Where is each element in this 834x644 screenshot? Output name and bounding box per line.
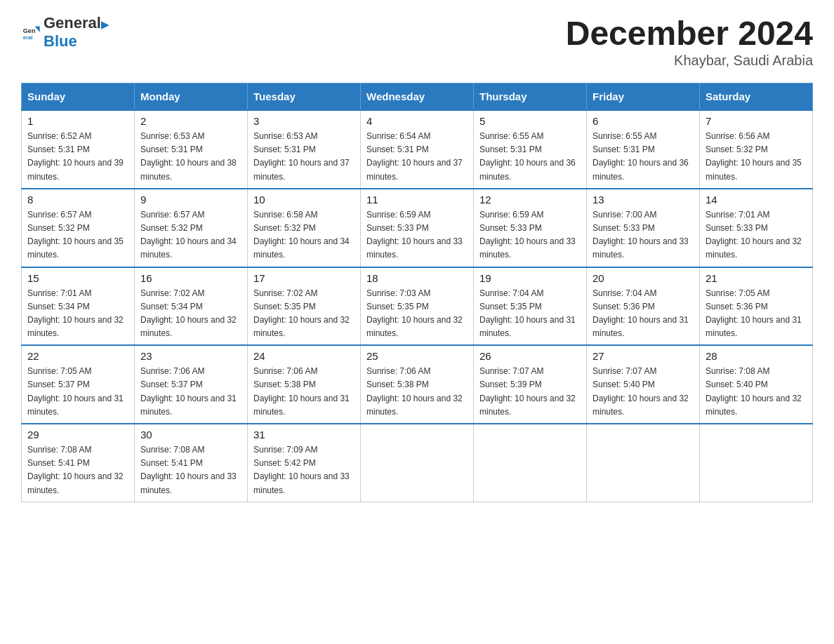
week-row-2: 8 Sunrise: 6:57 AM Sunset: 5:32 PM Dayli…: [22, 189, 813, 267]
day-info: Sunrise: 7:05 AM Sunset: 5:36 PM Dayligh…: [706, 287, 807, 341]
day-cell: 29 Sunrise: 7:08 AM Sunset: 5:41 PM Dayl…: [22, 424, 135, 502]
month-title: December 2024: [566, 14, 813, 53]
day-info: Sunrise: 7:05 AM Sunset: 5:37 PM Dayligh…: [27, 365, 128, 419]
day-number: 6: [593, 115, 694, 127]
day-info: Sunrise: 6:55 AM Sunset: 5:31 PM Dayligh…: [479, 130, 581, 184]
title-section: December 2024 Khaybar, Saudi Arabia: [566, 14, 813, 69]
day-cell: [361, 424, 474, 502]
day-number: 19: [479, 272, 581, 284]
day-cell: 27 Sunrise: 7:07 AM Sunset: 5:40 PM Dayl…: [587, 345, 700, 424]
week-row-4: 22 Sunrise: 7:05 AM Sunset: 5:37 PM Dayl…: [22, 345, 813, 424]
day-number: 20: [593, 272, 694, 284]
day-info: Sunrise: 6:56 AM Sunset: 5:32 PM Dayligh…: [706, 130, 807, 184]
day-cell: 20 Sunrise: 7:04 AM Sunset: 5:36 PM Dayl…: [587, 267, 700, 346]
day-info: Sunrise: 7:09 AM Sunset: 5:42 PM Dayligh…: [253, 443, 355, 497]
day-number: 27: [593, 350, 694, 362]
day-number: 11: [366, 194, 468, 206]
day-number: 7: [706, 115, 807, 127]
weekday-header-row: Sunday Monday Tuesday Wednesday Thursday…: [22, 83, 813, 111]
day-cell: 7 Sunrise: 6:56 AM Sunset: 5:32 PM Dayli…: [700, 110, 813, 189]
day-cell: 17 Sunrise: 7:02 AM Sunset: 5:35 PM Dayl…: [248, 267, 361, 346]
svg-text:Gen: Gen: [23, 27, 36, 34]
day-number: 4: [366, 115, 468, 127]
day-cell: [700, 424, 813, 502]
header-tuesday: Tuesday: [248, 83, 361, 111]
day-number: 17: [253, 272, 355, 284]
day-info: Sunrise: 6:52 AM Sunset: 5:31 PM Dayligh…: [27, 130, 128, 184]
day-info: Sunrise: 7:08 AM Sunset: 5:41 PM Dayligh…: [140, 443, 241, 497]
header-sunday: Sunday: [22, 83, 135, 111]
day-cell: 8 Sunrise: 6:57 AM Sunset: 5:32 PM Dayli…: [22, 189, 135, 267]
day-number: 9: [140, 194, 241, 206]
day-cell: 11 Sunrise: 6:59 AM Sunset: 5:33 PM Dayl…: [361, 189, 474, 267]
day-info: Sunrise: 7:00 AM Sunset: 5:33 PM Dayligh…: [593, 208, 694, 262]
day-info: Sunrise: 6:57 AM Sunset: 5:32 PM Dayligh…: [140, 208, 241, 262]
location: Khaybar, Saudi Arabia: [566, 53, 813, 69]
day-cell: 21 Sunrise: 7:05 AM Sunset: 5:36 PM Dayl…: [700, 267, 813, 346]
day-info: Sunrise: 6:57 AM Sunset: 5:32 PM Dayligh…: [27, 208, 128, 262]
logo-blue: Blue: [44, 32, 109, 51]
day-info: Sunrise: 6:58 AM Sunset: 5:32 PM Dayligh…: [253, 208, 355, 262]
day-cell: 23 Sunrise: 7:06 AM Sunset: 5:37 PM Dayl…: [135, 345, 248, 424]
day-number: 23: [140, 350, 241, 362]
page-header: Gen eral General▶ Blue December 2024 Kha…: [21, 14, 813, 69]
day-number: 5: [479, 115, 581, 127]
day-number: 2: [140, 115, 241, 127]
day-number: 25: [366, 350, 468, 362]
day-cell: 18 Sunrise: 7:03 AM Sunset: 5:35 PM Dayl…: [361, 267, 474, 346]
day-cell: 5 Sunrise: 6:55 AM Sunset: 5:31 PM Dayli…: [474, 110, 587, 189]
day-info: Sunrise: 7:03 AM Sunset: 5:35 PM Dayligh…: [366, 287, 468, 341]
day-cell: 2 Sunrise: 6:53 AM Sunset: 5:31 PM Dayli…: [135, 110, 248, 189]
day-cell: 13 Sunrise: 7:00 AM Sunset: 5:33 PM Dayl…: [587, 189, 700, 267]
day-cell: 24 Sunrise: 7:06 AM Sunset: 5:38 PM Dayl…: [248, 345, 361, 424]
day-cell: 1 Sunrise: 6:52 AM Sunset: 5:31 PM Dayli…: [22, 110, 135, 189]
day-number: 24: [253, 350, 355, 362]
day-info: Sunrise: 6:54 AM Sunset: 5:31 PM Dayligh…: [366, 130, 468, 184]
day-cell: [474, 424, 587, 502]
day-cell: 3 Sunrise: 6:53 AM Sunset: 5:31 PM Dayli…: [248, 110, 361, 189]
day-cell: 9 Sunrise: 6:57 AM Sunset: 5:32 PM Dayli…: [135, 189, 248, 267]
day-info: Sunrise: 6:53 AM Sunset: 5:31 PM Dayligh…: [253, 130, 355, 184]
day-number: 12: [479, 194, 581, 206]
day-number: 26: [479, 350, 581, 362]
svg-text:eral: eral: [23, 34, 33, 41]
day-cell: 15 Sunrise: 7:01 AM Sunset: 5:34 PM Dayl…: [22, 267, 135, 346]
day-number: 8: [27, 194, 128, 206]
day-info: Sunrise: 7:06 AM Sunset: 5:38 PM Dayligh…: [253, 365, 355, 419]
day-info: Sunrise: 7:07 AM Sunset: 5:39 PM Dayligh…: [479, 365, 581, 419]
logo-icon-triangle: ▶: [101, 19, 109, 30]
week-row-1: 1 Sunrise: 6:52 AM Sunset: 5:31 PM Dayli…: [22, 110, 813, 189]
day-number: 30: [140, 429, 241, 441]
calendar-body: 1 Sunrise: 6:52 AM Sunset: 5:31 PM Dayli…: [22, 110, 813, 502]
logo-icon: Gen eral: [21, 22, 41, 42]
day-cell: 31 Sunrise: 7:09 AM Sunset: 5:42 PM Dayl…: [248, 424, 361, 502]
day-info: Sunrise: 7:01 AM Sunset: 5:34 PM Dayligh…: [27, 287, 128, 341]
day-cell: 16 Sunrise: 7:02 AM Sunset: 5:34 PM Dayl…: [135, 267, 248, 346]
day-number: 28: [706, 350, 807, 362]
day-cell: 4 Sunrise: 6:54 AM Sunset: 5:31 PM Dayli…: [361, 110, 474, 189]
week-row-5: 29 Sunrise: 7:08 AM Sunset: 5:41 PM Dayl…: [22, 424, 813, 502]
day-number: 1: [27, 115, 128, 127]
day-cell: 10 Sunrise: 6:58 AM Sunset: 5:32 PM Dayl…: [248, 189, 361, 267]
day-number: 14: [706, 194, 807, 206]
day-cell: 26 Sunrise: 7:07 AM Sunset: 5:39 PM Dayl…: [474, 345, 587, 424]
logo-text: General▶ Blue: [44, 14, 109, 51]
day-number: 29: [27, 429, 128, 441]
day-info: Sunrise: 6:59 AM Sunset: 5:33 PM Dayligh…: [366, 208, 468, 262]
day-info: Sunrise: 7:06 AM Sunset: 5:38 PM Dayligh…: [366, 365, 468, 419]
day-info: Sunrise: 7:01 AM Sunset: 5:33 PM Dayligh…: [706, 208, 807, 262]
day-number: 15: [27, 272, 128, 284]
day-number: 21: [706, 272, 807, 284]
day-info: Sunrise: 6:59 AM Sunset: 5:33 PM Dayligh…: [479, 208, 581, 262]
day-number: 22: [27, 350, 128, 362]
header-friday: Friday: [587, 83, 700, 111]
day-cell: [587, 424, 700, 502]
day-cell: 22 Sunrise: 7:05 AM Sunset: 5:37 PM Dayl…: [22, 345, 135, 424]
day-cell: 28 Sunrise: 7:08 AM Sunset: 5:40 PM Dayl…: [700, 345, 813, 424]
day-number: 3: [253, 115, 355, 127]
calendar-header: Sunday Monday Tuesday Wednesday Thursday…: [22, 83, 813, 111]
day-info: Sunrise: 7:06 AM Sunset: 5:37 PM Dayligh…: [140, 365, 241, 419]
calendar-table: Sunday Monday Tuesday Wednesday Thursday…: [21, 83, 813, 502]
header-saturday: Saturday: [700, 83, 813, 111]
day-info: Sunrise: 6:55 AM Sunset: 5:31 PM Dayligh…: [593, 130, 694, 184]
